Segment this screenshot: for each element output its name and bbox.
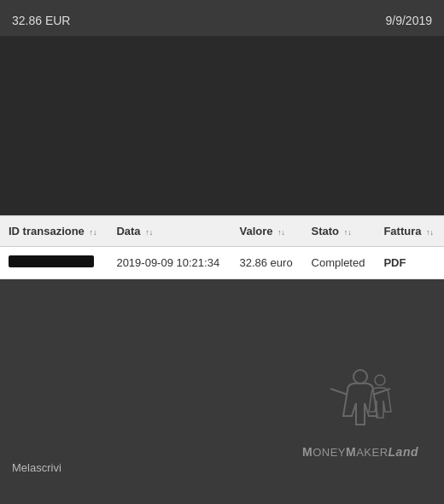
table-row: 2019-09-09 10:21:34 32.86 euro Completed… — [0, 247, 444, 279]
sort-icon-valore: ↑↓ — [278, 228, 285, 237]
svg-point-0 — [353, 370, 367, 384]
cell-invoice: PDF — [375, 247, 444, 279]
bottom-section: MONEYMAKERLand Melascrivi — [0, 279, 444, 484]
table-section: ID transazione ↑↓ Data ↑↓ Valore ↑↓ Stat… — [0, 215, 444, 279]
sort-icon-stato: ↑↓ — [344, 228, 352, 237]
moneymakerland-logo-icon — [322, 365, 399, 442]
logo-container: MONEYMAKERLand — [302, 365, 418, 459]
dark-content-area — [0, 36, 444, 215]
redacted-id — [9, 255, 94, 267]
svg-point-1 — [375, 375, 385, 385]
cell-value: 32.86 euro — [231, 247, 302, 279]
date-label: 9/9/2019 — [386, 14, 433, 27]
footer-bar: Melascrivi — [0, 461, 444, 484]
col-header-stato[interactable]: Stato ↑↓ — [303, 216, 376, 247]
amount-label: 32.86 EUR — [12, 14, 70, 27]
sort-icon-data: ↑↓ — [145, 228, 153, 237]
cell-id — [0, 247, 108, 279]
cell-date: 2019-09-09 10:21:34 — [108, 247, 231, 279]
pdf-link[interactable]: PDF — [383, 256, 406, 269]
cell-status: Completed — [303, 247, 376, 279]
logo-text: MONEYMAKERLand — [302, 445, 418, 459]
sort-icon-fattura: ↑↓ — [426, 228, 434, 237]
footer-brand: Melascrivi — [12, 461, 61, 474]
col-header-valore[interactable]: Valore ↑↓ — [231, 216, 302, 247]
sort-icon-id: ↑↓ — [89, 228, 96, 237]
col-header-data[interactable]: Data ↑↓ — [108, 216, 231, 247]
col-header-fattura[interactable]: Fattura ↑↓ — [375, 216, 444, 247]
col-header-id[interactable]: ID transazione ↑↓ — [0, 216, 108, 247]
